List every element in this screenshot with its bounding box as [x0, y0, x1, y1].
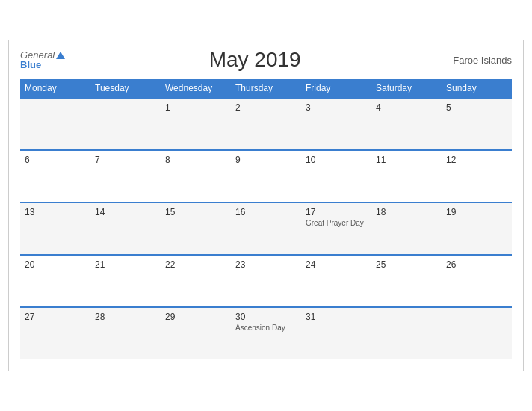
- calendar-day-cell: 15: [161, 203, 231, 255]
- day-number: 31: [306, 312, 367, 322]
- calendar-day-cell: 26: [442, 255, 512, 307]
- weekday-header-thursday: Thursday: [231, 79, 301, 98]
- calendar-week-row: 1314151617Great Prayer Day1819: [20, 203, 512, 255]
- calendar-title: May 2019: [65, 48, 445, 72]
- calendar-day-cell: 20: [20, 255, 90, 307]
- day-number: 7: [95, 155, 156, 165]
- day-number: 26: [446, 259, 507, 270]
- day-number: 22: [165, 259, 226, 270]
- calendar-container: General Blue May 2019 Faroe Islands Mond…: [8, 40, 524, 371]
- calendar-day-cell: [90, 98, 161, 150]
- logo: General Blue: [20, 50, 65, 69]
- calendar-day-cell: 24: [301, 255, 371, 307]
- calendar-day-cell: 5: [442, 98, 512, 150]
- day-number: 16: [235, 207, 297, 217]
- calendar-day-cell: 14: [90, 203, 161, 255]
- day-number: 5: [446, 102, 507, 113]
- calendar-day-cell: 12: [442, 150, 512, 203]
- calendar-day-cell: 17Great Prayer Day: [301, 203, 371, 255]
- calendar-grid: MondayTuesdayWednesdayThursdayFridaySatu…: [20, 79, 512, 359]
- calendar-day-cell: 6: [20, 150, 90, 203]
- calendar-day-cell: 9: [231, 150, 301, 203]
- calendar-day-cell: [371, 307, 442, 359]
- region-label: Faroe Islands: [445, 55, 512, 66]
- logo-triangle-icon: [56, 52, 65, 59]
- calendar-day-cell: 10: [301, 150, 371, 203]
- day-number: 19: [446, 207, 507, 217]
- day-number: 17: [306, 207, 367, 217]
- day-number: 27: [25, 312, 86, 322]
- weekday-header-monday: Monday: [20, 79, 90, 98]
- weekday-header-saturday: Saturday: [371, 79, 442, 98]
- calendar-day-cell: 30Ascension Day: [231, 307, 301, 359]
- day-number: 29: [165, 312, 226, 322]
- day-number: 1: [165, 102, 226, 113]
- calendar-day-cell: 23: [231, 255, 301, 307]
- calendar-day-cell: 29: [161, 307, 231, 359]
- calendar-week-row: 12345: [20, 98, 512, 150]
- day-number: 3: [306, 102, 367, 113]
- day-number: 12: [446, 155, 507, 165]
- day-number: 23: [235, 259, 297, 270]
- day-number: 21: [95, 259, 156, 270]
- logo-blue-text: Blue: [20, 60, 65, 69]
- day-number: 24: [306, 259, 367, 270]
- day-number: 2: [235, 102, 297, 113]
- day-number: 18: [376, 207, 437, 217]
- calendar-day-cell: 22: [161, 255, 231, 307]
- calendar-day-cell: [20, 98, 90, 150]
- calendar-week-row: 6789101112: [20, 150, 512, 203]
- calendar-day-cell: 31: [301, 307, 371, 359]
- calendar-day-cell: 1: [161, 98, 231, 150]
- calendar-header-row: MondayTuesdayWednesdayThursdayFridaySatu…: [20, 79, 512, 98]
- day-number: 9: [235, 155, 297, 165]
- calendar-day-cell: 3: [301, 98, 371, 150]
- calendar-day-cell: 4: [371, 98, 442, 150]
- event-label: Ascension Day: [235, 324, 297, 332]
- calendar-day-cell: 28: [90, 307, 161, 359]
- calendar-day-cell: 2: [231, 98, 301, 150]
- day-number: 20: [25, 259, 86, 270]
- day-number: 11: [376, 155, 437, 165]
- calendar-day-cell: [442, 307, 512, 359]
- day-number: 10: [306, 155, 367, 165]
- calendar-week-row: 20212223242526: [20, 255, 512, 307]
- calendar-week-row: 27282930Ascension Day31: [20, 307, 512, 359]
- calendar-day-cell: 19: [442, 203, 512, 255]
- day-number: 6: [25, 155, 86, 165]
- calendar-day-cell: 18: [371, 203, 442, 255]
- weekday-header-friday: Friday: [301, 79, 371, 98]
- day-number: 30: [235, 312, 297, 322]
- calendar-day-cell: 8: [161, 150, 231, 203]
- weekday-header-wednesday: Wednesday: [161, 79, 231, 98]
- calendar-day-cell: 11: [371, 150, 442, 203]
- day-number: 8: [165, 155, 226, 165]
- calendar-day-cell: 21: [90, 255, 161, 307]
- weekday-header-tuesday: Tuesday: [90, 79, 161, 98]
- day-number: 14: [95, 207, 156, 217]
- calendar-day-cell: 7: [90, 150, 161, 203]
- calendar-day-cell: 27: [20, 307, 90, 359]
- day-number: 25: [376, 259, 437, 270]
- calendar-day-cell: 25: [371, 255, 442, 307]
- weekday-header-sunday: Sunday: [442, 79, 512, 98]
- day-number: 4: [376, 102, 437, 113]
- day-number: 15: [165, 207, 226, 217]
- day-number: 13: [25, 207, 86, 217]
- event-label: Great Prayer Day: [306, 219, 367, 227]
- calendar-day-cell: 16: [231, 203, 301, 255]
- day-number: 28: [95, 312, 156, 322]
- calendar-header: General Blue May 2019 Faroe Islands: [20, 48, 512, 72]
- calendar-day-cell: 13: [20, 203, 90, 255]
